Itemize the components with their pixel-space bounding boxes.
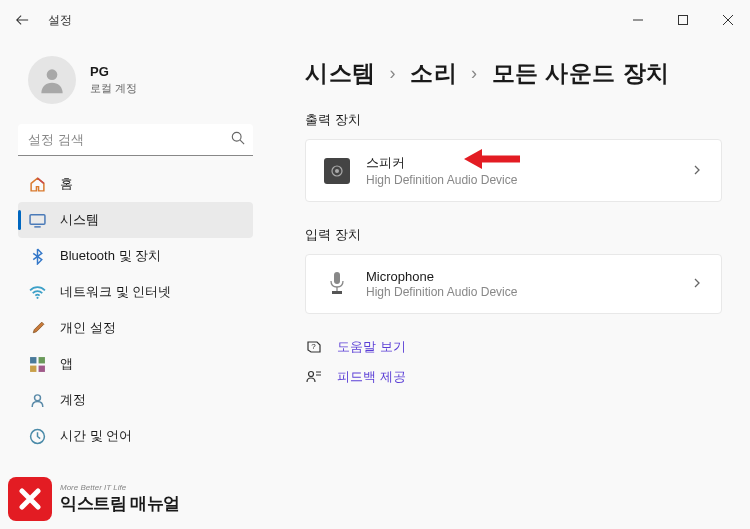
close-button[interactable] xyxy=(705,4,750,36)
svg-point-4 xyxy=(36,296,38,298)
system-icon xyxy=(28,211,46,229)
breadcrumb-sound[interactable]: 소리 xyxy=(410,58,457,89)
titlebar-left: 설정 xyxy=(14,12,72,29)
nav-label: 네트워크 및 인터넷 xyxy=(60,283,171,301)
input-section-title: 입력 장치 xyxy=(305,226,722,244)
nav-accounts[interactable]: 계정 xyxy=(18,382,253,418)
svg-rect-7 xyxy=(30,365,36,371)
svg-point-12 xyxy=(335,169,339,173)
feedback-link[interactable]: 피드백 제공 xyxy=(305,368,722,386)
wifi-icon xyxy=(28,283,46,301)
maximize-button[interactable] xyxy=(660,4,705,36)
svg-point-2 xyxy=(232,132,241,141)
nav-label: 앱 xyxy=(60,355,73,373)
brush-icon xyxy=(28,319,46,337)
svg-rect-0 xyxy=(678,16,687,25)
apps-icon xyxy=(28,355,46,373)
window-controls xyxy=(615,4,750,36)
feedback-link-label: 피드백 제공 xyxy=(337,368,406,386)
accounts-icon xyxy=(28,391,46,409)
nav-personalization[interactable]: 개인 설정 xyxy=(18,310,253,346)
output-section-title: 출력 장치 xyxy=(305,111,722,129)
nav-label: 시스템 xyxy=(60,211,99,229)
user-name: PG xyxy=(90,64,137,79)
breadcrumb-system[interactable]: 시스템 xyxy=(305,58,376,89)
user-info: PG 로컬 계정 xyxy=(90,64,137,96)
search-box xyxy=(18,124,253,156)
nav-label: 계정 xyxy=(60,391,86,409)
help-links: ? 도움말 보기 피드백 제공 xyxy=(305,338,722,386)
maximize-icon xyxy=(678,15,688,25)
svg-point-1 xyxy=(47,69,58,80)
nav-apps[interactable]: 앱 xyxy=(18,346,253,382)
arrow-left-icon xyxy=(15,13,29,27)
minimize-button[interactable] xyxy=(615,4,660,36)
app-title: 설정 xyxy=(48,12,72,29)
device-name: Microphone xyxy=(366,269,517,284)
help-icon: ? xyxy=(305,339,323,355)
nav-home[interactable]: 홈 xyxy=(18,166,253,202)
get-help-link[interactable]: ? 도움말 보기 xyxy=(305,338,722,356)
minimize-icon xyxy=(633,15,643,25)
nav-list: 홈 시스템 Bluetooth 및 장치 네트워크 및 인터넷 개인 설정 앱 xyxy=(18,166,253,454)
person-icon xyxy=(36,64,68,96)
nav-label: Bluetooth 및 장치 xyxy=(60,247,161,265)
watermark-logo xyxy=(8,477,52,521)
back-button[interactable] xyxy=(14,12,30,28)
svg-rect-13 xyxy=(334,272,340,284)
avatar xyxy=(28,56,76,104)
breadcrumb: 시스템 › 소리 › 모든 사운드 장치 xyxy=(305,58,722,89)
close-icon xyxy=(723,15,733,25)
chevron-right-icon: › xyxy=(471,63,478,84)
nav-label: 개인 설정 xyxy=(60,319,116,337)
device-description: High Definition Audio Device xyxy=(366,285,517,299)
nav-network[interactable]: 네트워크 및 인터넷 xyxy=(18,274,253,310)
chevron-right-icon xyxy=(691,275,703,293)
main-panel: 시스템 › 소리 › 모든 사운드 장치 출력 장치 스피커 High Defi… xyxy=(265,40,750,529)
user-account-type: 로컬 계정 xyxy=(90,81,137,96)
sidebar: PG 로컬 계정 홈 시스템 Bluetooth 및 장치 xyxy=(0,40,265,529)
svg-rect-6 xyxy=(38,357,44,363)
globe-clock-icon xyxy=(28,427,46,445)
input-device-card[interactable]: Microphone High Definition Audio Device xyxy=(305,254,722,314)
speaker-icon xyxy=(324,158,350,184)
watermark-tagline: More Better IT Life xyxy=(60,483,180,492)
device-info: Microphone High Definition Audio Device xyxy=(366,269,517,299)
output-device-card[interactable]: 스피커 High Definition Audio Device xyxy=(305,139,722,202)
chevron-right-icon: › xyxy=(390,63,397,84)
search-input[interactable] xyxy=(18,124,253,156)
nav-bluetooth[interactable]: Bluetooth 및 장치 xyxy=(18,238,253,274)
nav-time-language[interactable]: 시간 및 언어 xyxy=(18,418,253,454)
breadcrumb-all-devices: 모든 사운드 장치 xyxy=(492,58,670,89)
svg-text:?: ? xyxy=(311,342,316,351)
svg-point-16 xyxy=(309,372,314,377)
chevron-right-icon xyxy=(691,162,703,180)
feedback-icon xyxy=(305,369,323,385)
svg-rect-3 xyxy=(30,214,45,224)
help-link-label: 도움말 보기 xyxy=(337,338,406,356)
nav-system[interactable]: 시스템 xyxy=(18,202,253,238)
svg-rect-5 xyxy=(30,357,36,363)
annotation-arrow xyxy=(464,146,520,176)
user-section[interactable]: PG 로컬 계정 xyxy=(28,56,253,104)
svg-rect-8 xyxy=(38,365,44,371)
nav-label: 홈 xyxy=(60,175,73,193)
svg-rect-14 xyxy=(332,291,342,294)
titlebar: 설정 xyxy=(0,0,750,40)
search-icon xyxy=(231,131,245,149)
home-icon xyxy=(28,175,46,193)
watermark: More Better IT Life 익스트림 매뉴얼 xyxy=(8,477,180,521)
nav-label: 시간 및 언어 xyxy=(60,427,132,445)
svg-point-9 xyxy=(34,394,40,400)
microphone-icon xyxy=(324,271,350,297)
bluetooth-icon xyxy=(28,247,46,265)
watermark-main: 익스트림 매뉴얼 xyxy=(60,492,180,515)
watermark-text: More Better IT Life 익스트림 매뉴얼 xyxy=(60,483,180,515)
content-area: PG 로컬 계정 홈 시스템 Bluetooth 및 장치 xyxy=(0,40,750,529)
